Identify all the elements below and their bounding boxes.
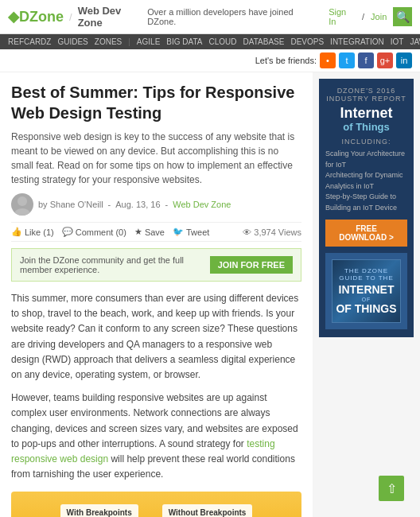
sidebar: DZone's 2016 Industry Report Internet of…	[313, 72, 420, 517]
linkedin-icon[interactable]: in	[396, 52, 412, 68]
article-section-link[interactable]: Web Dev Zone	[173, 200, 231, 209]
comment-icon: 💬	[62, 227, 73, 237]
sidebar-ad-title: Internet of Things	[325, 106, 407, 133]
without-breakpoints-label: Without Breakpoints	[162, 504, 253, 517]
nav-guides[interactable]: GUIDES	[57, 37, 88, 46]
header: ◆DZone / Web Dev Zone Over a million dev…	[0, 0, 420, 34]
social-bar: Let's be friends: • t f g+ in	[0, 49, 420, 72]
rss-icon[interactable]: •	[320, 52, 336, 68]
with-breakpoints-label: With Breakpoints	[60, 504, 138, 517]
nav-cloud[interactable]: CLOUD	[209, 37, 237, 46]
sidebar-cover: The DZone Guide to the INTERNET OF OF TH…	[325, 253, 407, 329]
sidebar-ad: DZone's 2016 Industry Report Internet of…	[319, 79, 414, 337]
join-free-button[interactable]: JOIN FOR FREE	[210, 256, 293, 274]
views-icon: 👁	[243, 227, 251, 237]
nav-agile[interactable]: AGILE	[137, 37, 160, 46]
nav-java[interactable]: JAVA	[410, 37, 420, 46]
without-breakpoints: Without Breakpoints	[162, 504, 253, 517]
dzone-logo[interactable]: ◆DZone	[8, 8, 64, 25]
save-icon: ★	[134, 227, 142, 237]
signin-link[interactable]: Sign In	[329, 7, 356, 26]
thumbs-up-icon: 👍	[11, 227, 22, 237]
google-icon[interactable]: g+	[377, 52, 393, 68]
sidebar-bullets: Scaling Your Architecture for IoT Archit…	[325, 149, 407, 213]
like-button[interactable]: 👍 Like (1)	[11, 227, 54, 237]
breakpoints-row: With Breakpoints	[19, 504, 294, 517]
author-avatar	[11, 193, 33, 216]
header-right: Over a million developers have joined DZ…	[147, 7, 412, 26]
twitter-icon[interactable]: t	[339, 52, 355, 68]
tweet-button[interactable]: 🐦 Tweet	[173, 227, 209, 237]
comment-button[interactable]: 💬 Comment (0)	[62, 227, 126, 237]
nav-database[interactable]: DATABASE	[243, 37, 285, 46]
save-label: Save	[145, 227, 165, 237]
webdevzone-label[interactable]: Web Dev Zone	[78, 5, 148, 29]
like-label: Like (1)	[25, 227, 54, 237]
logo-area: ◆DZone / Web Dev Zone	[8, 5, 147, 29]
save-button[interactable]: ★ Save	[134, 227, 165, 237]
article-body: This summer, more consumers than ever ar…	[11, 291, 301, 517]
cover-things-label: OF THINGS	[336, 302, 396, 316]
join-banner: Join the DZone community and get the ful…	[11, 248, 301, 282]
article-intro: Responsive web design is key to the succ…	[11, 130, 301, 187]
header-tagline: Over a million developers have joined DZ…	[147, 7, 322, 26]
tweet-icon: 🐦	[173, 227, 184, 237]
body-paragraph-2: However, teams building responsive websi…	[11, 391, 301, 482]
author-sep2: -	[165, 200, 169, 209]
search-button[interactable]: 🔍	[393, 7, 412, 26]
nav-refcardz[interactable]: REFCARDZ	[8, 37, 51, 46]
join-link[interactable]: Join	[371, 12, 387, 21]
sidebar-cover-image: The DZone Guide to the INTERNET OF OF TH…	[332, 259, 401, 323]
svg-point-0	[18, 196, 27, 206]
sidebar-including-label: INCLUDING:	[325, 138, 407, 146]
main-content: Best of Summer: Tips for Responsive Web …	[0, 72, 313, 517]
header-join-sep: /	[362, 12, 364, 21]
cover-internet-label: INTERNET	[339, 283, 395, 297]
body-paragraph-1: This summer, more consumers than ever ar…	[11, 291, 301, 383]
logo-separator: /	[69, 11, 72, 23]
nav-devops[interactable]: DEVOPS	[290, 37, 324, 46]
with-breakpoints: With Breakpoints	[60, 504, 138, 517]
sidebar-ad-tag: DZone's 2016 Industry Report	[325, 87, 407, 103]
nav-bigdata[interactable]: BIG DATA	[166, 37, 202, 46]
tweet-label: Tweet	[186, 227, 209, 237]
author-line: by Shane O'Neill - Aug. 13, 16 - Web Dev…	[11, 193, 301, 216]
nav-zones[interactable]: ZONES	[95, 37, 122, 46]
author-sep1: -	[108, 200, 111, 209]
join-banner-text: Join the DZone community and get the ful…	[20, 255, 210, 274]
cover-tagline: The DZone Guide to the	[332, 267, 400, 282]
download-button[interactable]: FREE DOWNLOAD >	[325, 220, 407, 247]
nav-iot[interactable]: IOT	[391, 37, 404, 46]
views-count: 👁 3,974 Views	[243, 227, 301, 237]
nav-bar: REFCARDZ GUIDES ZONES | AGILE BIG DATA C…	[0, 34, 420, 49]
scroll-to-top-button[interactable]: ⇧	[379, 476, 404, 501]
breakpoints-illustration: With Breakpoints	[11, 492, 301, 517]
actions-bar: 👍 Like (1) 💬 Comment (0) ★ Save 🐦 Tweet …	[11, 222, 301, 242]
facebook-icon[interactable]: f	[358, 52, 374, 68]
comment-label: Comment (0)	[76, 227, 126, 237]
nav-integration[interactable]: INTEGRATION	[330, 37, 384, 46]
article-date: Aug. 13, 16	[115, 200, 160, 209]
svg-point-1	[14, 208, 30, 216]
nav-sep1: |	[128, 37, 130, 46]
cover-of-label: OF	[362, 297, 371, 302]
social-label: Let's be friends:	[255, 56, 317, 65]
content-wrapper: Best of Summer: Tips for Responsive Web …	[0, 72, 420, 517]
author-name: by Shane O'Neill	[38, 200, 103, 209]
article-title: Best of Summer: Tips for Responsive Web …	[11, 82, 301, 123]
